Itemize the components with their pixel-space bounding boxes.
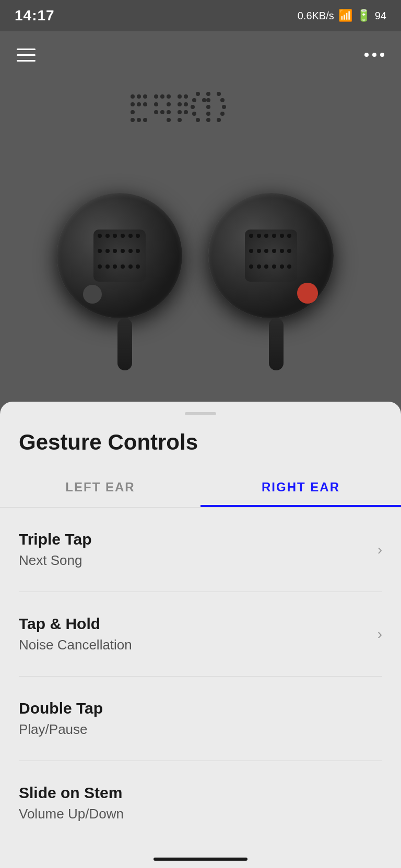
- svg-point-35: [206, 118, 210, 122]
- svg-point-24: [184, 110, 188, 114]
- battery-icon: 🔋: [357, 9, 371, 22]
- svg-point-2: [143, 94, 147, 99]
- brand-logo: [127, 89, 274, 130]
- home-bar: [154, 858, 247, 861]
- sheet-handle-wrapper: [0, 412, 401, 415]
- sheet-drag-handle: [185, 412, 216, 415]
- svg-point-4: [137, 102, 141, 106]
- svg-point-15: [154, 110, 158, 114]
- svg-point-6: [131, 110, 135, 114]
- svg-point-23: [178, 110, 182, 114]
- svg-point-3: [131, 102, 135, 106]
- status-bar: 14:17 0.6KB/s 📶 🔋 94: [0, 0, 401, 31]
- svg-point-38: [220, 98, 225, 102]
- svg-point-40: [220, 112, 225, 116]
- more-button[interactable]: [364, 53, 384, 57]
- chevron-right-icon-tap-hold: ›: [378, 626, 382, 643]
- gesture-action-double-tap: Play/Pause: [19, 721, 103, 738]
- earbuds-image: [0, 146, 401, 370]
- left-earbud: [57, 193, 193, 370]
- svg-point-14: [167, 102, 171, 106]
- battery-level: 94: [375, 10, 386, 22]
- gesture-name-triple-tap: Triple Tap: [19, 531, 91, 548]
- svg-point-7: [131, 118, 135, 122]
- svg-point-36: [202, 98, 206, 102]
- svg-point-12: [167, 94, 171, 99]
- hero-section: [0, 78, 401, 402]
- svg-point-41: [217, 118, 221, 122]
- svg-point-25: [178, 118, 182, 122]
- svg-point-29: [192, 112, 196, 116]
- svg-point-33: [206, 105, 210, 109]
- svg-point-39: [222, 105, 226, 109]
- svg-point-27: [192, 98, 196, 102]
- gesture-item-triple-tap[interactable]: Triple Tap Next Song ›: [19, 508, 382, 592]
- sheet-title: Gesture Controls: [0, 430, 401, 455]
- gesture-item-double-tap[interactable]: Double Tap Play/Pause: [19, 677, 382, 761]
- gesture-name-tap-hold: Tap & Hold: [19, 615, 132, 633]
- svg-point-10: [154, 94, 158, 99]
- gesture-name-double-tap: Double Tap: [19, 700, 103, 717]
- svg-point-5: [143, 102, 147, 106]
- svg-point-17: [167, 110, 171, 114]
- right-earbud: [208, 193, 344, 370]
- gesture-action-slide-stem: Volume Up/Down: [19, 806, 124, 822]
- svg-point-21: [178, 102, 182, 106]
- gesture-info-double-tap: Double Tap Play/Pause: [19, 700, 103, 738]
- svg-point-11: [160, 94, 164, 99]
- svg-point-31: [206, 92, 210, 96]
- svg-point-8: [137, 118, 141, 122]
- svg-point-19: [178, 94, 182, 99]
- chevron-right-icon-triple-tap: ›: [378, 541, 382, 558]
- gesture-name-slide-stem: Slide on Stem: [19, 784, 124, 802]
- gesture-list: Triple Tap Next Song › Tap & Hold Noise …: [0, 508, 401, 845]
- svg-point-20: [184, 94, 188, 99]
- tabs-container: LEFT EAR RIGHT EAR: [0, 469, 401, 508]
- gesture-info-triple-tap: Triple Tap Next Song: [19, 531, 91, 569]
- home-indicator: [0, 845, 401, 868]
- tab-right-ear[interactable]: RIGHT EAR: [200, 469, 401, 507]
- top-bar: [0, 31, 401, 78]
- svg-point-30: [196, 118, 200, 122]
- gesture-item-slide-stem[interactable]: Slide on Stem Volume Up/Down: [19, 761, 382, 845]
- menu-button[interactable]: [17, 49, 36, 62]
- svg-point-0: [131, 94, 135, 99]
- gesture-info-tap-hold: Tap & Hold Noise Cancellation: [19, 615, 132, 653]
- svg-point-32: [206, 98, 210, 102]
- gesture-info-slide-stem: Slide on Stem Volume Up/Down: [19, 784, 124, 822]
- gesture-action-tap-hold: Noise Cancellation: [19, 637, 132, 653]
- status-time: 14:17: [15, 7, 55, 24]
- svg-point-22: [184, 102, 188, 106]
- svg-point-13: [154, 102, 158, 106]
- svg-point-16: [160, 110, 164, 114]
- svg-point-37: [217, 92, 221, 96]
- tab-left-ear[interactable]: LEFT EAR: [0, 469, 200, 507]
- status-icons: 0.6KB/s 📶 🔋 94: [298, 9, 386, 22]
- svg-point-28: [191, 105, 195, 109]
- svg-point-26: [196, 92, 200, 96]
- svg-point-1: [137, 94, 141, 99]
- network-speed: 0.6KB/s: [298, 10, 334, 22]
- svg-point-9: [143, 118, 147, 122]
- svg-point-18: [167, 118, 171, 122]
- svg-point-34: [206, 112, 210, 116]
- wifi-icon: 📶: [338, 9, 352, 22]
- gesture-item-tap-hold[interactable]: Tap & Hold Noise Cancellation ›: [19, 592, 382, 677]
- gesture-action-triple-tap: Next Song: [19, 552, 91, 569]
- bottom-sheet: Gesture Controls LEFT EAR RIGHT EAR Trip…: [0, 402, 401, 868]
